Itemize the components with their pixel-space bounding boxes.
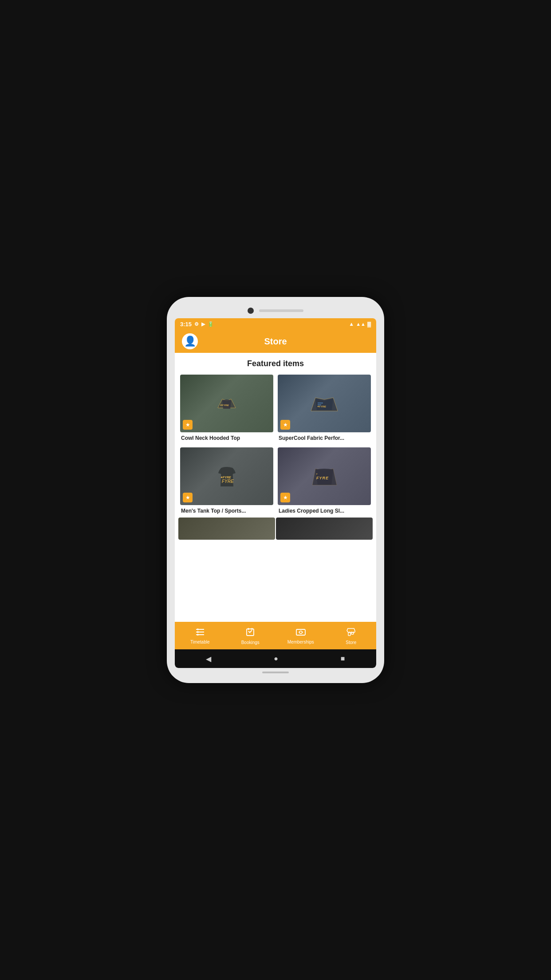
nav-item-timetable[interactable]: Timetable: [175, 628, 225, 644]
products-grid: ✦FYRE ★ Cowl Neck Hooded Top: [175, 373, 376, 518]
timetable-icon: [195, 628, 205, 638]
product-card-ladies[interactable]: FYRE ✦ ★ Ladies Cropped Long Sl...: [276, 446, 373, 518]
battery-level-icon: ▓: [367, 321, 371, 327]
memberships-label: Memberships: [287, 640, 314, 644]
product-img-placeholder-3: ✦FYRE FYRE: [180, 447, 273, 505]
product-image-tank: ✦FYRE FYRE ★: [180, 447, 273, 505]
status-bar: 3:15 ⚙ ▶ 🔋 ▲ ▲▲ ▓: [175, 318, 376, 330]
signal-icon: ▲▲: [356, 321, 366, 327]
svg-text:FYRE: FYRE: [222, 479, 234, 484]
partial-card-left[interactable]: [178, 518, 275, 540]
home-button[interactable]: ●: [274, 655, 278, 663]
status-right: ▲ ▲▲ ▓: [349, 321, 371, 327]
svg-rect-19: [348, 632, 350, 636]
bottom-navigation: Timetable Bookings: [175, 622, 376, 649]
product-name-ladies: Ladies Cropped Long Sl...: [278, 505, 371, 516]
svg-text:✦FYRE: ✦FYRE: [317, 405, 327, 408]
battery-icon: 🔋: [208, 321, 214, 327]
page-title: Store: [203, 336, 348, 347]
memberships-icon: [296, 628, 306, 638]
bookings-icon: [246, 628, 255, 639]
star-badge-tank: ★: [183, 493, 193, 502]
nav-item-bookings[interactable]: Bookings: [225, 628, 276, 645]
status-left: 3:15 ⚙ ▶ 🔋: [180, 321, 214, 328]
svg-text:FYRE: FYRE: [316, 476, 329, 480]
partial-products-row: [175, 518, 376, 540]
product-name-tank: Men's Tank Top / Sports...: [180, 505, 273, 516]
phone-device: 3:15 ⚙ ▶ 🔋 ▲ ▲▲ ▓ 👤 Store Featured items: [167, 297, 384, 683]
product-image-supercool: ✦FYRE ★: [278, 375, 371, 432]
product-card-tank[interactable]: ✦FYRE FYRE ★ Men's Tank Top / Sports...: [178, 446, 275, 518]
play-icon: ▶: [201, 321, 205, 327]
product-img-placeholder: ✦FYRE: [180, 375, 273, 432]
store-label: Store: [346, 640, 356, 645]
status-time: 3:15: [180, 321, 192, 328]
product-name-supercool: SuperCool Fabric Perfor...: [278, 432, 371, 443]
section-title: Featured items: [175, 353, 376, 373]
svg-rect-15: [296, 629, 305, 635]
nav-item-memberships[interactable]: Memberships: [276, 628, 326, 644]
svg-text:✦FYRE: ✦FYRE: [220, 476, 231, 479]
user-icon: 👤: [184, 336, 196, 347]
product-image-cowl: ✦FYRE ★: [180, 375, 273, 432]
wifi-icon: ▲: [349, 321, 354, 327]
phone-bottom-bar: [262, 672, 289, 673]
front-camera: [248, 308, 254, 314]
star-badge-ladies: ★: [280, 493, 290, 502]
bookings-label: Bookings: [241, 640, 260, 645]
partial-card-right[interactable]: [276, 518, 373, 540]
star-badge-supercool: ★: [280, 420, 290, 430]
speaker: [259, 309, 303, 312]
product-card-cowl-neck[interactable]: ✦FYRE ★ Cowl Neck Hooded Top: [178, 373, 275, 445]
product-name-cowl: Cowl Neck Hooded Top: [180, 432, 273, 443]
content-area: Featured items ✦FYRE ★: [175, 353, 376, 622]
star-badge-cowl: ★: [183, 420, 193, 430]
product-card-supercool[interactable]: ✦FYRE ★ SuperCool Fabric Perfor...: [276, 373, 373, 445]
back-button[interactable]: ◀: [206, 655, 211, 663]
phone-top-bar: [175, 305, 376, 318]
product-img-placeholder-4: FYRE ✦: [278, 447, 371, 505]
svg-text:✦FYRE: ✦FYRE: [220, 404, 229, 407]
app-header: 👤 Store: [175, 330, 376, 353]
recents-button[interactable]: ■: [341, 655, 345, 663]
svg-point-16: [299, 631, 302, 633]
svg-rect-20: [351, 632, 354, 634]
store-icon: [346, 628, 356, 639]
nav-item-store[interactable]: Store: [326, 628, 377, 645]
settings-icon: ⚙: [194, 321, 199, 327]
avatar[interactable]: 👤: [182, 333, 198, 349]
product-img-placeholder-2: ✦FYRE: [278, 375, 371, 432]
phone-screen: 3:15 ⚙ ▶ 🔋 ▲ ▲▲ ▓ 👤 Store Featured items: [175, 318, 376, 668]
product-image-ladies: FYRE ✦ ★: [278, 447, 371, 505]
timetable-label: Timetable: [190, 640, 210, 644]
android-nav-bar: ◀ ● ■: [175, 649, 376, 668]
